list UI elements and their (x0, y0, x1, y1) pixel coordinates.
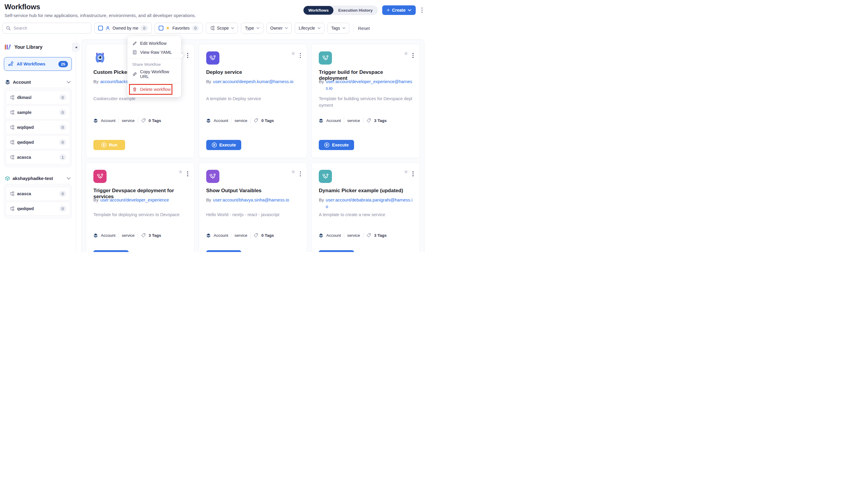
owner-link[interactable]: user:account/developer_experience@harnes… (326, 78, 414, 92)
sidebar-item-wqdqwd[interactable]: wqdqwd 0 (6, 121, 70, 134)
chevron-down-icon (285, 27, 288, 29)
card-description: Hello World - nextjs - react - javascrip… (206, 212, 300, 218)
owned-by-me-filter[interactable]: Owned by me 0 (94, 23, 152, 34)
run-button[interactable]: Run (93, 140, 125, 150)
card-context-menu: Edit Workflow View Raw YAML Share Workfl… (127, 36, 181, 97)
scope-dropdown[interactable]: Scope (206, 23, 238, 34)
workflow-card-deploy-service[interactable]: ★ Deploy service By user:account/deepesh… (199, 44, 307, 158)
reset-filters-button[interactable]: Reset (358, 26, 370, 31)
menu-item-delete-workflow[interactable]: Delete workflow (127, 85, 181, 94)
lifecycle-dropdown[interactable]: Lifecycle (295, 23, 324, 34)
favorite-star-icon[interactable]: ★ (404, 169, 409, 175)
owned-by-me-count: 0 (141, 25, 148, 31)
account-group-items: dkmasl 0 sample 0 wqdqwd 0 qwdqwd 0 acas… (4, 88, 72, 167)
favorite-star-icon[interactable]: ★ (178, 169, 183, 175)
owned-by-me-checkbox[interactable] (98, 26, 103, 31)
menu-divider (127, 83, 181, 83)
hierarchy-icon (10, 110, 14, 115)
card-kebab-menu-icon[interactable] (411, 170, 415, 178)
owner-link[interactable]: account/backs (100, 78, 128, 85)
owner-link[interactable]: user:account/developer_experience (100, 197, 169, 203)
card-title: Show Output Varaibles (206, 188, 300, 194)
tab-execution-history[interactable]: Execution History (333, 6, 377, 15)
library-header: Your Library (0, 36, 76, 50)
execute-button[interactable]: Execute (93, 250, 129, 252)
sidebar-item-qwdqwd[interactable]: qwdqwd 0 (6, 136, 70, 149)
monster-icon (93, 51, 106, 65)
workflow-card-dynamic-picker[interactable]: ★ Dynamic Picker example (updated) By us… (311, 162, 420, 252)
execute-button[interactable]: Execute (206, 140, 241, 150)
card-kebab-menu-icon[interactable] (186, 52, 189, 59)
favorites-filter[interactable]: ★ Favorites 0 (155, 23, 203, 34)
tab-workflows[interactable]: Workflows (304, 6, 333, 15)
card-description: Template for deploying services to Devsp… (93, 212, 187, 218)
card-footer: Account service 3 Tags (93, 233, 161, 238)
search-input[interactable]: Search (2, 23, 91, 34)
card-owner-line: By user:account/developer_experience@har… (319, 78, 414, 92)
owner-label: Owner (270, 26, 283, 31)
execute-button[interactable]: Execute (319, 250, 354, 252)
menu-item-view-raw-yaml[interactable]: View Raw YAML (127, 48, 181, 57)
card-tags-count: 0 Tags (261, 233, 274, 238)
favorite-star-icon[interactable]: ★ (291, 169, 296, 175)
sidebar-group-akshayphadke-test[interactable]: akshayphadke-test (0, 176, 76, 181)
favorites-label: Favorites (172, 26, 190, 31)
card-title: Dynamic Picker example (updated) (319, 188, 412, 194)
workflow-card-show-output-variables[interactable]: ★ Show Output Varaibles By user:account/… (199, 162, 307, 252)
card-title: Deploy service (206, 69, 300, 75)
layers-icon (319, 233, 323, 238)
owner-link[interactable]: user:account/debabrata.panigrahi@harness… (326, 197, 414, 210)
workflow-card-trigger-build[interactable]: ★ Trigger build for Devspace deployment … (311, 44, 420, 158)
play-circle-icon (211, 142, 217, 148)
card-kebab-menu-icon[interactable] (186, 170, 189, 178)
favorites-checkbox[interactable] (159, 26, 164, 31)
workflow-icon (319, 51, 332, 65)
menu-delete-row: Delete workflow (127, 85, 181, 94)
create-button[interactable]: + Create (382, 5, 416, 15)
favorite-star-icon[interactable]: ★ (291, 51, 296, 56)
sidebar-item-sample[interactable]: sample 0 (6, 106, 70, 119)
favorites-count: 0 (192, 25, 199, 31)
card-tags-count: 3 Tags (149, 233, 161, 238)
card-scope: Account (326, 233, 341, 238)
owner-dropdown[interactable]: Owner (267, 23, 292, 34)
tags-dropdown[interactable]: Tags (327, 23, 349, 34)
workflows-page: Workflows Self-service hub for new appli… (0, 0, 428, 252)
execute-button[interactable]: Execute (319, 140, 354, 150)
scope-label: Scope (217, 26, 229, 31)
sidebar-item-acasca-2[interactable]: acasca 0 (6, 187, 70, 201)
hierarchy-icon (10, 125, 14, 130)
card-scope: Account (214, 233, 228, 238)
page-kebab-menu-icon[interactable] (420, 6, 424, 14)
sidebar-item-dkmasl[interactable]: dkmasl 0 (6, 91, 70, 104)
sidebar-collapse-button[interactable]: ◀ (72, 43, 80, 51)
execute-button[interactable]: Execute (206, 250, 241, 252)
hierarchy-icon (10, 206, 14, 211)
sidebar-item-qwdqwd-2[interactable]: qwdqwd 0 (6, 202, 70, 216)
card-footer: Account service 0 Tags (93, 118, 161, 123)
chevron-down-icon (67, 81, 71, 84)
card-type: service (347, 119, 360, 123)
card-kebab-menu-icon[interactable] (299, 52, 302, 59)
favorite-star-icon[interactable]: ★ (404, 51, 409, 56)
owner-link[interactable]: user:account/deepesh.kumar@harness.io (213, 78, 294, 85)
layers-icon (5, 79, 10, 85)
card-kebab-menu-icon[interactable] (299, 170, 302, 178)
card-scope: Account (214, 119, 228, 123)
menu-item-edit-workflow[interactable]: Edit Workflow (127, 39, 181, 48)
menu-item-copy-workflow-url[interactable]: Copy Workflow URL (127, 67, 181, 81)
plus-icon: + (387, 8, 390, 12)
filter-bar: Search Owned by me 0 ★ Favorites 0 Scope… (2, 23, 426, 34)
card-kebab-menu-icon[interactable] (411, 52, 415, 59)
view-toggle: Workflows Execution History (303, 6, 378, 15)
sidebar-group-account[interactable]: Account (0, 79, 76, 85)
card-tags-count: 0 Tags (149, 119, 161, 123)
owner-link[interactable]: user:account/bhavya.sinha@harness.io (213, 197, 289, 203)
akshayphadke-test-group-label: akshayphadke-test (13, 176, 53, 181)
workflow-card-trigger-devspace[interactable]: ★ Trigger Devspace deployment for servic… (86, 162, 194, 252)
sidebar-item-acasca[interactable]: acasca 1 (6, 150, 70, 164)
sidebar-item-all-workflows[interactable]: All Workflows 25 (4, 57, 72, 71)
count-badge: 0 (59, 206, 66, 212)
type-dropdown[interactable]: Type (241, 23, 263, 34)
lifecycle-label: Lifecycle (299, 26, 315, 31)
